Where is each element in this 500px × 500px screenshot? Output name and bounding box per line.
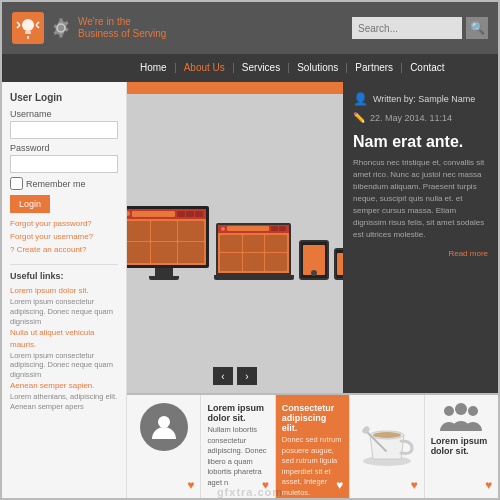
user-icon: 👤 <box>353 92 368 106</box>
main-area: User Login Username Password Remember me… <box>2 82 498 498</box>
remember-label: Remember me <box>26 179 86 189</box>
prev-arrow[interactable]: ‹ <box>213 367 233 385</box>
people-group-icon <box>439 403 483 433</box>
create-account-link[interactable]: ? Create an account? <box>10 244 118 257</box>
pencil-icon: ✏️ <box>353 112 365 123</box>
date-text: 22. May 2014. 11:14 <box>370 113 452 123</box>
sidebar: User Login Username Password Remember me… <box>2 82 127 498</box>
remember-me: Remember me <box>10 177 118 190</box>
cards-row: ♥ Lorem ipsum dolor sit. Nullam lobortis… <box>127 393 498 498</box>
read-more-link[interactable]: Read more <box>448 249 488 258</box>
card-orange: Consectetur adipiscing elit. Donec sed r… <box>276 395 350 498</box>
card-2-text: Nullam lobortis consectetur adipiscing. … <box>207 425 268 488</box>
logo-line2: Business of Serving <box>78 28 166 40</box>
username-input[interactable] <box>10 121 118 139</box>
laptop <box>214 223 294 280</box>
author-info: 👤 Written by: Sample Name <box>353 92 488 106</box>
header-search: 🔍 <box>352 17 488 39</box>
hero-row: ‹ › 👤 Written by: Sample Name ✏️ 22. May… <box>127 82 498 393</box>
navbar: Home About Us Services Solutions Partner… <box>2 54 498 82</box>
password-label: Password <box>10 143 118 153</box>
hero-section: ‹ › <box>127 82 343 393</box>
card-heart-4[interactable]: ♥ <box>411 478 418 492</box>
svg-point-1 <box>22 19 34 31</box>
useful-link-3-text: Lorem athenians, adipiscing elit. Aenean… <box>10 392 118 412</box>
forgot-username-link[interactable]: Forgot your username? <box>10 231 118 244</box>
header-logo-text: We're in the Business of Serving <box>78 16 166 40</box>
nav-services[interactable]: Services <box>234 63 289 73</box>
card-text-1: Lorem ipsum dolor sit. Nullam lobortis c… <box>201 395 275 498</box>
useful-link-1: Lorem ipsum dolor sit. Lorem ipsum conse… <box>10 285 118 326</box>
svg-point-15 <box>455 403 467 415</box>
article-title: Nam erat ante. <box>353 133 488 151</box>
hero-strip <box>127 82 343 94</box>
date-info: ✏️ 22. May 2014. 11:14 <box>353 112 488 123</box>
svg-point-8 <box>158 416 170 428</box>
side-panel: 👤 Written by: Sample Name ✏️ 22. May 201… <box>343 82 498 393</box>
card-heart-3[interactable]: ♥ <box>336 478 343 492</box>
person-silhouette <box>150 413 178 441</box>
username-label: Username <box>10 109 118 119</box>
next-arrow[interactable]: › <box>237 367 257 385</box>
card-3-title: Consectetur adipiscing elit. <box>282 403 343 433</box>
gear-icon <box>50 17 72 39</box>
svg-point-14 <box>444 406 454 416</box>
password-input[interactable] <box>10 155 118 173</box>
card-people: Lorem ipsum dolor sit. ♥ <box>425 395 498 498</box>
useful-link-1-text: Lorem ipsum consectetur adipiscing. Done… <box>10 297 118 326</box>
people-visual <box>431 403 492 433</box>
search-input[interactable] <box>352 17 462 39</box>
logo-line1: We're in the <box>78 16 166 28</box>
monitor-screen <box>127 206 209 268</box>
nav-solutions[interactable]: Solutions <box>289 63 347 73</box>
card-5-title: Lorem ipsum dolor sit. <box>431 436 492 456</box>
card-3-text: Donec sed rutrum posuere augue, sed rutr… <box>282 435 343 498</box>
person-avatar <box>140 403 188 451</box>
useful-link-3-title[interactable]: Aenean semper sapien. <box>10 380 118 392</box>
article-body: Rhoncus nec tristique et, convallis sit … <box>353 157 488 241</box>
svg-point-16 <box>468 406 478 416</box>
sidebar-useful: Useful links: Lorem ipsum dolor sit. Lor… <box>10 264 118 411</box>
card-coffee: ♥ <box>350 395 424 498</box>
card-heart-1[interactable]: ♥ <box>187 478 194 492</box>
card-heart-2[interactable]: ♥ <box>262 478 269 492</box>
search-button[interactable]: 🔍 <box>466 17 488 39</box>
svg-point-11 <box>373 432 401 438</box>
card-person: ♥ <box>127 395 201 498</box>
nav-contact[interactable]: Contact <box>402 63 452 73</box>
author-text: Written by: Sample Name <box>373 94 475 104</box>
coffee-cup-icon <box>356 407 418 469</box>
lightbulb-icon <box>12 12 44 44</box>
phone <box>334 248 344 280</box>
hero-arrows: ‹ › <box>213 367 257 385</box>
header-logo: We're in the Business of Serving <box>12 12 166 44</box>
card-2-title: Lorem ipsum dolor sit. <box>207 403 268 423</box>
forgot-password-link[interactable]: Forgot your password? <box>10 218 118 231</box>
nav-home[interactable]: Home <box>132 63 176 73</box>
useful-link-2-text: Lorem ipsum consectetur adipiscing. Done… <box>10 351 118 380</box>
monitor <box>127 206 209 280</box>
svg-rect-2 <box>25 31 31 34</box>
sidebar-account-links: Forgot your password? Forgot your userna… <box>10 218 118 256</box>
content-area: ‹ › 👤 Written by: Sample Name ✏️ 22. May… <box>127 82 498 498</box>
login-heading: User Login <box>10 92 118 103</box>
page-wrapper: We're in the Business of Serving 🔍 Home … <box>0 0 500 500</box>
useful-links-heading: Useful links: <box>10 271 118 281</box>
useful-link-2-title[interactable]: Nulla ut aliquet vehicula mauris. <box>10 327 118 351</box>
coffee-visual <box>356 407 417 469</box>
card-heart-5[interactable]: ♥ <box>485 478 492 492</box>
useful-link-2: Nulla ut aliquet vehicula mauris. Lorem … <box>10 327 118 380</box>
useful-link-1-title[interactable]: Lorem ipsum dolor sit. <box>10 285 118 297</box>
nav-about[interactable]: About Us <box>176 63 234 73</box>
tablet <box>299 240 329 280</box>
remember-checkbox[interactable] <box>10 177 23 190</box>
login-button[interactable]: Login <box>10 195 50 213</box>
devices-group <box>127 196 343 280</box>
header: We're in the Business of Serving 🔍 <box>2 2 498 54</box>
useful-link-3: Aenean semper sapien. Lorem athenians, a… <box>10 380 118 412</box>
nav-partners[interactable]: Partners <box>347 63 402 73</box>
